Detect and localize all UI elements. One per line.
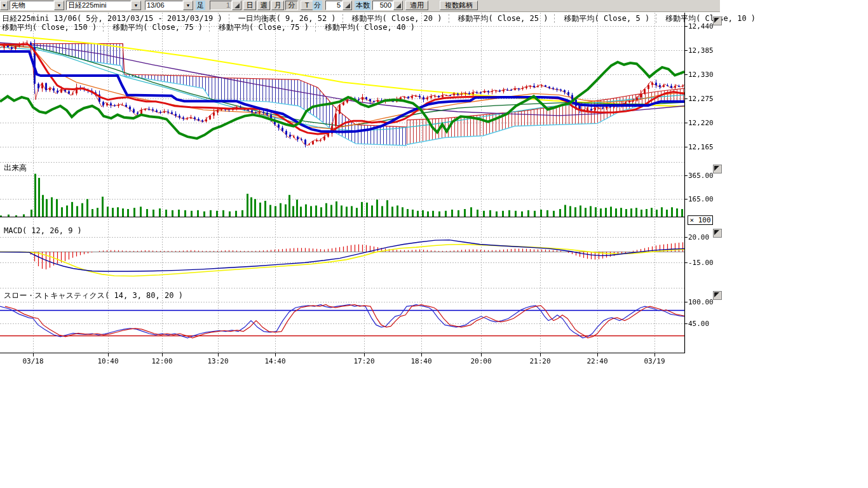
time-axis-label: 21:20 [529,357,550,365]
legend-item: 移動平均( Close, 150 ) [2,23,104,32]
collapse-pane-icon[interactable] [713,229,722,238]
triangle-icon [714,292,719,297]
bar-count-label: 本数 [355,1,371,10]
price-axis-label: 12,220 [688,119,714,127]
bar-count-stepper[interactable]: 500 [372,1,403,10]
contract-month-dropdown[interactable]: 13/06 ▼ [145,1,193,10]
period-button-T[interactable]: T [301,1,313,10]
period-button-月[interactable]: 月 [271,1,284,10]
indicator-legend-row2: 移動平均( Close, 150 )移動平均( Close, 75 )移動平均(… [2,22,430,33]
spinner-icon [396,3,401,8]
chart-window: ▼ 先物 ▼ 日経225mini ▼ 13/06 ▼ 足 1 日週月分T 分 5… [0,0,868,488]
chart-canvas[interactable] [0,0,724,381]
collapse-pane-icon[interactable] [713,291,722,300]
legend-item: 移動平均( Close, 40 ) [325,23,421,32]
apply-button[interactable]: 適用 [405,1,428,10]
triangle-icon [714,230,719,235]
collapse-pane-icon[interactable] [713,17,722,25]
category-dropdown[interactable]: 先物 ▼ [10,1,64,10]
time-axis-label: 14:40 [264,357,285,365]
toolbar: ▼ 先物 ▼ 日経225mini ▼ 13/06 ▼ 足 1 日週月分T 分 5… [0,0,720,12]
minute-label: 分 [313,1,322,10]
volume-multiplier-badge: × 100 [688,215,713,225]
time-axis-label: 12:00 [151,357,172,365]
triangle-icon [714,166,719,171]
time-axis-label: 22:40 [587,357,607,365]
time-axis-label: 17:20 [353,357,374,365]
spinner-icon [345,3,350,8]
symbol-dropdown-value[interactable]: 日経225mini [66,1,131,10]
bar-interval-stepper: 1 [210,1,241,10]
bar-interval-value: 1 [210,1,232,10]
period-button-日[interactable]: 日 [243,1,256,10]
combo-arrow-fragment[interactable]: ▼ [0,1,8,10]
volume-axis-label: 365.00 [688,172,714,180]
collapse-pane-icon[interactable] [713,165,722,173]
period-button-週[interactable]: 週 [257,1,270,10]
legend-item: 移動平均( Close, 5 ) [564,14,656,23]
volume-axis-label: 165.00 [688,195,714,203]
price-axis-label: 12,165 [688,143,714,151]
contract-month-value[interactable]: 13/06 [145,1,183,10]
period-button-分[interactable]: 分 [285,1,298,10]
legend-item: 日経225mini 13/06( 5分, 2013/03/15 - 2013/0… [2,14,229,23]
spinner-button[interactable] [342,1,352,10]
category-dropdown-value[interactable]: 先物 [10,1,54,10]
time-axis-label: 10:40 [97,357,118,365]
stoch-axis-label: 45.00 [688,320,709,328]
macd-axis-label: 20.00 [688,233,709,241]
price-axis-label: 12,275 [688,95,714,103]
symbol-dropdown[interactable]: 日経225mini ▼ [66,1,141,10]
macd-axis-label: -15.00 [688,259,714,267]
spinner-button[interactable] [393,1,403,10]
time-axis-label: 20:00 [470,357,491,365]
time-axis-label: 03/19 [644,357,665,365]
legend-item: 一目均衡表( 9, 26, 52 ) [238,14,343,23]
time-axis-label: 13:20 [207,357,228,365]
time-axis-label: 03/18 [22,357,43,365]
chevron-down-icon[interactable]: ▼ [183,1,193,10]
spinner-button[interactable] [232,1,241,10]
multi-symbol-button[interactable]: 複数銘柄 [440,1,478,10]
chevron-down-icon[interactable]: ▼ [0,1,8,10]
minute-stepper[interactable]: 5 [325,1,352,10]
legend-item: 移動平均( Close, 20 ) [352,14,449,23]
legend-item: 移動平均( Close, 75 ) [112,23,210,32]
stoch-axis-label: 100.00 [688,298,714,306]
time-axis-label: 18:40 [410,357,431,365]
stochastics-pane-label: スロー・ストキャスティクス( 14, 3, 80, 20 ) [4,290,183,301]
spinner-icon [234,3,240,8]
bar-count-value[interactable]: 500 [372,1,393,10]
price-axis-label: 12,330 [688,71,714,79]
triangle-icon [714,18,719,23]
legend-item: 移動平均( Close, 75 ) [219,23,316,32]
minute-value[interactable]: 5 [325,1,342,10]
chevron-down-icon[interactable]: ▼ [131,1,141,10]
price-axis-label: 12,440 [688,22,714,30]
bar-type-label: 足 [196,1,205,10]
volume-pane-label: 出来高 [4,163,27,173]
macd-pane-label: MACD( 12, 26, 9 ) [4,226,82,235]
price-axis-label: 12,385 [688,46,714,55]
legend-item: 移動平均( Close, 25 ) [458,14,555,23]
chevron-down-icon[interactable]: ▼ [54,1,64,10]
